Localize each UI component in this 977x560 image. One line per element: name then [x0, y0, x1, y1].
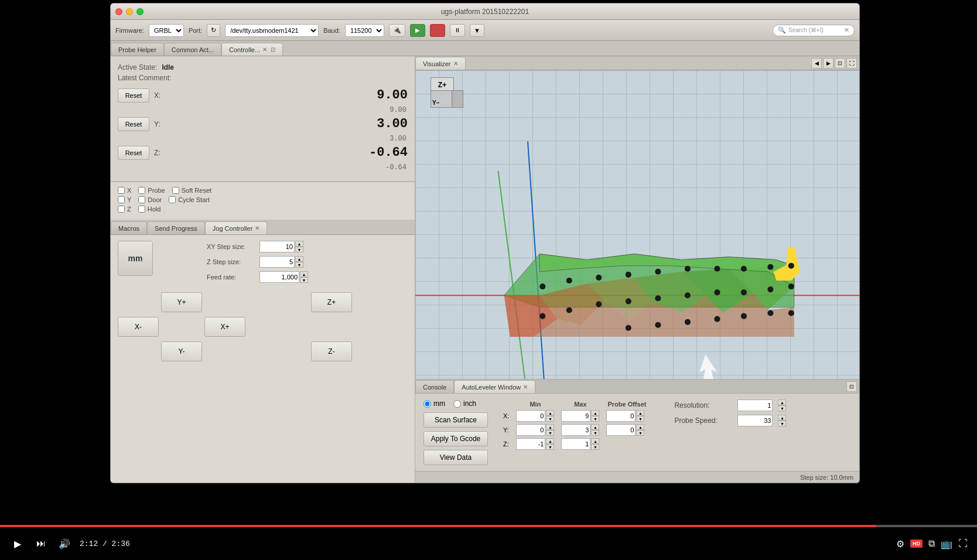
z-step-up[interactable]: ▲: [295, 256, 303, 262]
y-offset-up[interactable]: ▲: [636, 424, 644, 430]
tab-visualizer[interactable]: Visualizer ✕: [415, 57, 466, 70]
checkbox-y[interactable]: [118, 196, 125, 203]
y-max-input[interactable]: [561, 424, 590, 436]
x-max-down[interactable]: ▼: [591, 416, 599, 422]
reset-y-button[interactable]: Reset: [118, 117, 149, 131]
close-button[interactable]: [115, 8, 122, 15]
tab-common-act[interactable]: Common Act...: [164, 43, 221, 56]
viz-nav-left[interactable]: ◀: [811, 58, 822, 69]
search-close-icon[interactable]: ✕: [844, 26, 849, 34]
apply-gcode-button[interactable]: Apply To Gcode: [423, 431, 488, 446]
z-plus-button[interactable]: Z+: [311, 292, 352, 312]
unit-display[interactable]: mm: [118, 241, 153, 276]
viz-expand[interactable]: ⊡: [835, 58, 845, 69]
tab-autoleveler[interactable]: AutoLeveler Window ✕: [454, 380, 535, 393]
checkbox-hold[interactable]: [138, 206, 145, 213]
radio-mm-input[interactable]: [423, 400, 431, 408]
x-min-input[interactable]: [516, 410, 545, 422]
scan-surface-button[interactable]: Scan Surface: [423, 412, 488, 428]
y-min-input[interactable]: [516, 424, 545, 436]
xy-step-input[interactable]: [259, 241, 295, 252]
z-max-input[interactable]: [561, 438, 590, 450]
checkbox-x[interactable]: [118, 187, 125, 194]
y-minus-button[interactable]: Y-: [161, 342, 202, 361]
y-offset-input[interactable]: [606, 424, 636, 436]
checkbox-soft-reset[interactable]: [172, 187, 179, 194]
view-data-button[interactable]: View Data: [423, 450, 488, 465]
z-step-input[interactable]: [259, 256, 295, 268]
maximize-button[interactable]: [136, 8, 144, 15]
search-box[interactable]: 🔍 Search (⌘+I) ✕: [773, 25, 855, 36]
tab-controller[interactable]: Controlle... ✕ ⊡: [221, 43, 283, 56]
tab-autoleveler-close[interactable]: ✕: [523, 384, 528, 390]
autolevel-expand[interactable]: ⊡: [846, 381, 857, 392]
z-minus-button[interactable]: Z-: [311, 342, 352, 361]
next-button[interactable]: ⏭: [33, 535, 49, 552]
y-max-up[interactable]: ▲: [591, 424, 599, 430]
checkbox-door[interactable]: [138, 196, 145, 203]
x-offset-up[interactable]: ▲: [636, 410, 644, 416]
feed-rate-down[interactable]: ▼: [300, 277, 308, 283]
volume-button[interactable]: 🔊: [56, 535, 73, 552]
progress-bar[interactable]: [0, 525, 977, 527]
y-offset-down[interactable]: ▼: [636, 430, 644, 436]
play-pause-button[interactable]: ▶: [9, 535, 26, 552]
port-refresh-button[interactable]: ↻: [207, 24, 220, 37]
tab-controller-close[interactable]: ✕: [262, 46, 267, 53]
resolution-up[interactable]: ▲: [778, 399, 786, 405]
viz-maximize[interactable]: ⛶: [846, 58, 857, 69]
resolution-down[interactable]: ▼: [778, 405, 786, 411]
play-button[interactable]: ▶: [410, 24, 425, 37]
x-max-input[interactable]: [561, 410, 590, 422]
reset-x-button[interactable]: Reset: [118, 88, 149, 103]
pause-button[interactable]: ⏸: [450, 24, 465, 37]
xy-step-down[interactable]: ▼: [295, 247, 303, 252]
cast-button[interactable]: 📺: [941, 538, 952, 549]
tab-jog-close[interactable]: ✕: [255, 225, 259, 231]
y-plus-button[interactable]: Y+: [161, 292, 202, 312]
z-min-down[interactable]: ▼: [546, 444, 554, 450]
z-max-up[interactable]: ▲: [591, 438, 599, 444]
stop-button[interactable]: [430, 24, 445, 37]
z-min-up[interactable]: ▲: [546, 438, 554, 444]
radio-inch-input[interactable]: [453, 400, 461, 408]
y-max-down[interactable]: ▼: [591, 430, 599, 436]
more-button[interactable]: ▼: [470, 24, 484, 37]
xy-step-up[interactable]: ▲: [295, 241, 303, 247]
y-min-up[interactable]: ▲: [546, 424, 554, 430]
tab-jog-controller[interactable]: Jog Controller ✕: [205, 221, 267, 234]
probe-speed-input[interactable]: [737, 415, 773, 426]
resolution-input[interactable]: [737, 399, 773, 411]
firmware-select[interactable]: GRBL: [149, 24, 184, 37]
z-max-down[interactable]: ▼: [591, 444, 599, 450]
checkbox-cycle-start[interactable]: [169, 196, 176, 203]
feed-rate-up[interactable]: ▲: [300, 271, 308, 277]
checkbox-z[interactable]: [118, 206, 125, 213]
z-step-down[interactable]: ▼: [295, 262, 303, 268]
tab-send-progress[interactable]: Send Progress: [147, 221, 205, 234]
tab-probe-helper[interactable]: Probe Helper: [111, 43, 164, 56]
x-offset-down[interactable]: ▼: [636, 416, 644, 422]
z-min-input[interactable]: [516, 438, 545, 450]
viz-nav-right[interactable]: ▶: [823, 58, 833, 69]
checkbox-probe[interactable]: [138, 187, 145, 194]
probe-speed-down[interactable]: ▼: [778, 421, 786, 426]
baud-select[interactable]: 115200: [345, 24, 384, 37]
miniplayer-button[interactable]: ⧉: [928, 538, 935, 549]
x-offset-input[interactable]: [606, 410, 636, 422]
tab-macros[interactable]: Macros: [111, 221, 147, 234]
x-min-down[interactable]: ▼: [546, 416, 554, 422]
tab-console[interactable]: Console: [415, 380, 454, 393]
minimize-button[interactable]: [126, 8, 133, 15]
y-min-down[interactable]: ▼: [546, 430, 554, 436]
reset-z-button[interactable]: Reset: [118, 146, 149, 160]
feed-rate-input[interactable]: [259, 271, 299, 283]
connect-button[interactable]: 🔌: [389, 24, 405, 37]
tab-controller-expand[interactable]: ⊡: [271, 46, 275, 53]
x-plus-button[interactable]: X+: [204, 317, 245, 337]
fullscreen-button[interactable]: ⛶: [958, 538, 968, 549]
probe-speed-up[interactable]: ▲: [778, 415, 786, 421]
settings-button[interactable]: ⚙: [896, 538, 904, 549]
x-max-up[interactable]: ▲: [591, 410, 599, 416]
tab-visualizer-close[interactable]: ✕: [453, 60, 458, 67]
